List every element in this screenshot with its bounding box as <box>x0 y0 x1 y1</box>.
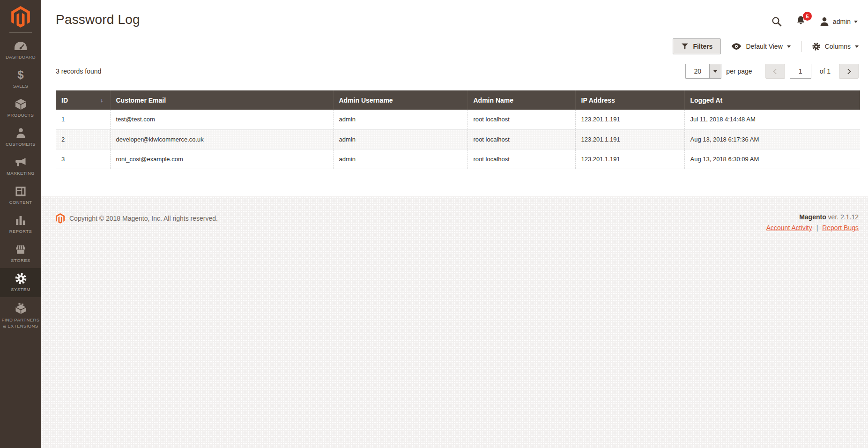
gear-icon <box>812 42 821 51</box>
magento-logo-icon <box>11 6 30 28</box>
sidebar-item-marketing[interactable]: Marketing <box>0 152 41 181</box>
cell-customer-email: test@test.com <box>110 110 333 129</box>
extensions-icon <box>15 303 27 315</box>
sidebar-item-reports[interactable]: Reports <box>0 210 41 239</box>
sidebar-item-label: Marketing <box>1 171 40 177</box>
columns-label: Columns <box>825 43 851 50</box>
password-log-table: ID↓ Customer Email Admin Username Admin … <box>56 90 860 169</box>
account-activity-link[interactable]: Account Activity <box>766 224 812 231</box>
sidebar-menu: Dashboard $ Sales Products Customers Mar… <box>0 36 41 335</box>
brand-name: Magento <box>799 213 826 221</box>
content-icon <box>15 185 26 197</box>
cell-admin-name: root localhost <box>467 110 575 129</box>
main-area: Password Log 5 admin Filters <box>41 0 868 448</box>
chevron-down-icon <box>787 45 791 48</box>
page-header: Password Log 5 admin <box>41 0 868 28</box>
filter-icon <box>681 43 689 50</box>
notification-badge: 5 <box>803 12 812 21</box>
column-header-admin-username[interactable]: Admin Username <box>333 90 467 110</box>
customers-icon <box>15 127 26 139</box>
view-selector[interactable]: Default View <box>731 43 790 50</box>
per-page-label: per page <box>726 67 752 75</box>
cell-admin-username: admin <box>333 129 467 149</box>
page-title: Password Log <box>56 12 140 27</box>
version-text: ver. 2.1.12 <box>828 213 859 221</box>
sort-descending-icon: ↓ <box>100 97 104 104</box>
admin-account-menu[interactable]: admin <box>819 16 858 27</box>
sidebar-item-stores[interactable]: Stores <box>0 239 41 268</box>
next-page-button[interactable] <box>839 64 859 79</box>
reports-icon <box>15 214 26 226</box>
table-header-row: ID↓ Customer Email Admin Username Admin … <box>56 90 860 110</box>
cell-ip-address: 123.201.1.191 <box>575 129 684 149</box>
sidebar-item-label: Stores <box>1 258 40 264</box>
cell-logged-at: Aug 13, 2018 6:17:36 AM <box>684 129 860 149</box>
per-page-value: 20 <box>686 64 709 78</box>
table-row: 2 developer@kiwicommerce.co.uk admin roo… <box>56 129 860 149</box>
cell-customer-email: developer@kiwicommerce.co.uk <box>110 129 333 149</box>
current-page-input[interactable] <box>790 64 811 79</box>
cell-customer-email: roni_cost@example.com <box>110 149 333 169</box>
notifications-button[interactable]: 5 <box>795 15 806 28</box>
sidebar-item-label: Sales <box>1 83 40 90</box>
version-line: Magento ver. 2.1.12 <box>766 213 859 221</box>
filters-label: Filters <box>693 43 712 50</box>
magento-footer-logo-icon <box>56 213 65 224</box>
link-separator: | <box>816 224 818 231</box>
report-bugs-link[interactable]: Report Bugs <box>822 224 859 231</box>
previous-page-button[interactable] <box>765 64 785 79</box>
per-page-select[interactable]: 20 <box>685 64 721 79</box>
chevron-down-icon <box>854 21 858 23</box>
cell-logged-at: Aug 13, 2018 6:30:09 AM <box>684 149 860 169</box>
admin-username: admin <box>833 18 851 25</box>
cell-id: 2 <box>56 129 110 149</box>
sidebar-item-label: Dashboard <box>1 54 40 60</box>
pagination: 20 per page of 1 <box>685 64 859 79</box>
total-pages-label: of 1 <box>820 67 831 75</box>
sidebar-item-content[interactable]: Content <box>0 181 41 210</box>
system-icon <box>15 272 27 284</box>
footer-links: Account Activity | Report Bugs <box>766 224 859 231</box>
sidebar-item-label: Find Partners & Extensions <box>1 317 40 329</box>
magento-logo[interactable] <box>0 0 41 28</box>
stores-icon <box>15 243 27 255</box>
cell-id: 1 <box>56 110 110 129</box>
columns-selector[interactable]: Columns <box>812 42 859 51</box>
footer: Copyright © 2018 Magento, Inc. All right… <box>41 196 868 231</box>
search-icon[interactable] <box>771 16 782 27</box>
column-header-ip-address[interactable]: IP Address <box>575 90 684 110</box>
cell-admin-name: root localhost <box>467 129 575 149</box>
cell-admin-username: admin <box>333 149 467 169</box>
column-header-id[interactable]: ID↓ <box>56 90 110 110</box>
products-icon <box>15 98 27 110</box>
cell-ip-address: 123.201.1.191 <box>575 149 684 169</box>
table-row: 1 test@test.com admin root localhost 123… <box>56 110 860 129</box>
cell-id: 3 <box>56 149 110 169</box>
sidebar-item-system[interactable]: System <box>0 268 41 297</box>
admin-sidebar: Dashboard $ Sales Products Customers Mar… <box>0 0 41 448</box>
footer-left: Copyright © 2018 Magento, Inc. All right… <box>56 213 218 224</box>
table-row: 3 roni_cost@example.com admin root local… <box>56 149 860 169</box>
column-header-customer-email[interactable]: Customer Email <box>110 90 333 110</box>
cell-ip-address: 123.201.1.191 <box>575 110 684 129</box>
sidebar-item-dashboard[interactable]: Dashboard <box>0 36 41 65</box>
records-found: 3 records found <box>56 67 101 75</box>
chevron-left-icon <box>773 68 779 75</box>
toolbar-separator <box>801 41 801 52</box>
sidebar-item-products[interactable]: Products <box>0 94 41 123</box>
column-header-admin-name[interactable]: Admin Name <box>467 90 575 110</box>
filters-button[interactable]: Filters <box>673 38 721 54</box>
sidebar-item-sales[interactable]: $ Sales <box>0 65 41 94</box>
content-panel: Password Log 5 admin Filters <box>41 0 868 196</box>
cell-logged-at: Jul 11, 2018 4:14:48 AM <box>684 110 860 129</box>
header-actions: 5 admin <box>771 15 858 28</box>
column-header-label: ID <box>61 97 68 104</box>
sidebar-item-find-partners-extensions[interactable]: Find Partners & Extensions <box>0 297 41 335</box>
sidebar-item-customers[interactable]: Customers <box>0 123 41 152</box>
eye-icon <box>731 43 742 50</box>
sidebar-item-label: Customers <box>1 142 40 148</box>
footer-right: Magento ver. 2.1.12 Account Activity | R… <box>766 213 859 231</box>
per-page-dropdown-button[interactable] <box>709 64 721 78</box>
column-header-logged-at[interactable]: Logged At <box>684 90 860 110</box>
sidebar-item-label: System <box>1 287 40 293</box>
